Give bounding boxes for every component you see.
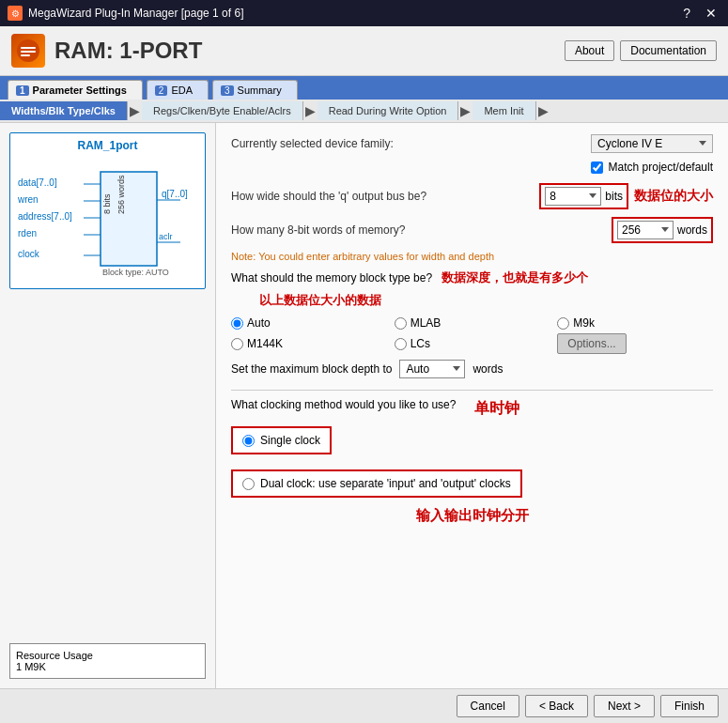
device-family-label: Currently selected device family: xyxy=(231,137,591,150)
main-window: RAM: 1-PORT About Documentation 1 Parame… xyxy=(0,26,728,723)
radio-dual-clock[interactable] xyxy=(242,478,255,490)
finish-button[interactable]: Finish xyxy=(660,695,719,717)
radio-auto-label[interactable]: Auto xyxy=(247,316,271,330)
radio-m144k[interactable] xyxy=(231,338,243,350)
sub-nav-read-during[interactable]: Read During Write Option xyxy=(318,101,459,120)
depth-annotation-row: What should the memory block type be? 数据… xyxy=(231,269,713,286)
max-depth-unit: words xyxy=(472,362,503,376)
sub-nav: Widths/Blk Type/Clks ▶ Regs/Clken/Byte E… xyxy=(0,100,728,123)
depth-input-box: 256 512 1024 words xyxy=(612,217,713,243)
single-clock-label[interactable]: Single clock xyxy=(260,434,320,447)
app-header: RAM: 1-PORT About Documentation xyxy=(0,26,728,76)
back-button[interactable]: < Back xyxy=(525,695,588,717)
device-family-select[interactable]: Cyclone IV E xyxy=(591,134,713,153)
radio-auto[interactable] xyxy=(231,317,243,330)
help-button[interactable]: ? xyxy=(679,6,694,21)
width-row: How wide should the 'q' output bus be? 8… xyxy=(231,183,713,209)
width-annotation: 数据位的大小 xyxy=(634,188,713,205)
tab-num-3: 3 xyxy=(221,85,234,96)
app-title-area: RAM: 1-PORT xyxy=(11,34,202,68)
clocking-question-label: What clocking method would you like to u… xyxy=(231,398,456,411)
resource-usage-value: 1 M9K xyxy=(16,661,199,672)
svg-text:data[7..0]: data[7..0] xyxy=(18,177,57,188)
match-project-row: Match project/default xyxy=(231,161,713,174)
bottom-bar: Cancel < Back Next > Finish xyxy=(0,688,728,723)
block-diagram-title: RAM_1port xyxy=(16,139,199,152)
device-family-control: Cyclone IV E xyxy=(591,134,713,153)
radio-mlab-label[interactable]: MLAB xyxy=(410,316,441,330)
sub-nav-regs[interactable]: Regs/Clken/Byte Enable/Aclrs xyxy=(142,101,303,120)
svg-rect-2 xyxy=(21,51,36,53)
tab-label-2: EDA xyxy=(171,85,193,96)
documentation-button[interactable]: Documentation xyxy=(620,40,717,61)
svg-rect-1 xyxy=(21,47,36,49)
about-button[interactable]: About xyxy=(565,40,614,61)
sub-nav-mem-init[interactable]: Mem Init xyxy=(472,101,535,120)
tab-eda[interactable]: 2 EDA xyxy=(147,80,209,100)
nav-arrow-3: ▶ xyxy=(458,103,472,118)
resource-usage-box: Resource Usage 1 M9K xyxy=(9,643,206,679)
device-family-row: Currently selected device family: Cyclon… xyxy=(231,134,713,153)
clocking-section: What clocking method would you like to u… xyxy=(231,398,713,525)
memory-type-grid: Auto MLAB M9k M144K LCs xyxy=(231,316,713,354)
depth-unit-label: words xyxy=(677,223,707,237)
svg-text:wren: wren xyxy=(17,194,39,205)
radio-m9k-label[interactable]: M9k xyxy=(573,316,595,330)
svg-rect-14 xyxy=(101,172,157,266)
depth-annotation-1: 数据深度，也就是有多少个 xyxy=(441,269,588,286)
title-bar: ⚙ MegaWizard Plug-In Manager [page 1 of … xyxy=(0,0,728,26)
svg-text:aclr: aclr xyxy=(159,232,173,241)
width-unit-label: bits xyxy=(605,190,623,203)
header-buttons: About Documentation xyxy=(565,40,717,61)
svg-text:q[7..0]: q[7..0] xyxy=(162,189,188,199)
radio-lcs[interactable] xyxy=(395,338,407,350)
block-diagram: RAM_1port data[7..0] wren address[7..0] … xyxy=(9,132,206,289)
tab-num-2: 2 xyxy=(155,85,168,96)
tab-label-3: Summary xyxy=(238,85,282,96)
left-panel: RAM_1port data[7..0] wren address[7..0] … xyxy=(0,123,216,688)
depth-select[interactable]: 256 512 1024 xyxy=(617,221,674,239)
main-content: RAM_1port data[7..0] wren address[7..0] … xyxy=(0,123,728,688)
radio-m9k[interactable] xyxy=(557,317,569,330)
app-icon: ⚙ xyxy=(8,6,23,21)
clock-annotation: 单时钟 xyxy=(474,399,519,419)
radio-lcs-row: LCs xyxy=(395,333,550,354)
input-output-annotation: 输入输出时钟分开 xyxy=(231,507,713,525)
single-clock-box: Single clock xyxy=(231,426,332,454)
max-depth-select[interactable]: Auto 512 1024 xyxy=(399,360,465,378)
note-text: Note: You could enter arbitrary values f… xyxy=(231,251,713,262)
right-panel: Currently selected device family: Cyclon… xyxy=(216,123,728,688)
tab-summary[interactable]: 3 Summary xyxy=(212,80,298,100)
radio-mlab[interactable] xyxy=(395,317,407,330)
radio-single-clock[interactable] xyxy=(242,435,255,447)
radio-m144k-label[interactable]: M144K xyxy=(247,337,283,350)
mem-type-question-label: What should the memory block type be? xyxy=(231,271,432,285)
options-button[interactable]: Options... xyxy=(557,333,626,354)
nav-arrow-1: ▶ xyxy=(128,103,142,118)
depth-question-label: How many 8-bit words of memory? xyxy=(231,223,612,237)
nav-arrow-4: ▶ xyxy=(536,103,550,118)
cancel-button[interactable]: Cancel xyxy=(457,695,519,717)
radio-lcs-label[interactable]: LCs xyxy=(410,337,430,350)
depth-annotation2-row: 以上数据位大小的数据 xyxy=(231,292,713,309)
tab-parameter-settings[interactable]: 1 Parameter Settings xyxy=(8,80,143,100)
depth-row: How many 8-bit words of memory? 256 512 … xyxy=(231,217,713,243)
svg-text:clock: clock xyxy=(18,249,40,259)
block-diagram-svg: data[7..0] wren address[7..0] rden clock… xyxy=(16,158,204,280)
width-question-label: How wide should the 'q' output bus be? xyxy=(231,190,539,203)
svg-text:rden: rden xyxy=(18,228,37,238)
dual-clock-box: Dual clock: use separate 'input' and 'ou… xyxy=(231,469,522,498)
dual-clock-label[interactable]: Dual clock: use separate 'input' and 'ou… xyxy=(260,477,511,490)
radio-auto-row: Auto xyxy=(231,316,387,330)
max-depth-row: Set the maximum block depth to Auto 512 … xyxy=(231,360,713,378)
sub-nav-widths[interactable]: Widths/Blk Type/Clks xyxy=(0,101,128,120)
svg-rect-3 xyxy=(21,54,30,56)
width-select[interactable]: 8 16 32 xyxy=(545,187,601,206)
match-project-checkbox[interactable] xyxy=(591,162,603,174)
close-button[interactable]: ✕ xyxy=(702,6,720,21)
dual-clock-wrapper: Dual clock: use separate 'input' and 'ou… xyxy=(231,469,713,498)
depth-annotation-2: 以上数据位大小的数据 xyxy=(259,293,381,307)
svg-text:Block type: AUTO: Block type: AUTO xyxy=(102,268,169,277)
next-button[interactable]: Next > xyxy=(594,695,655,717)
width-control: 8 16 32 bits xyxy=(539,183,628,209)
